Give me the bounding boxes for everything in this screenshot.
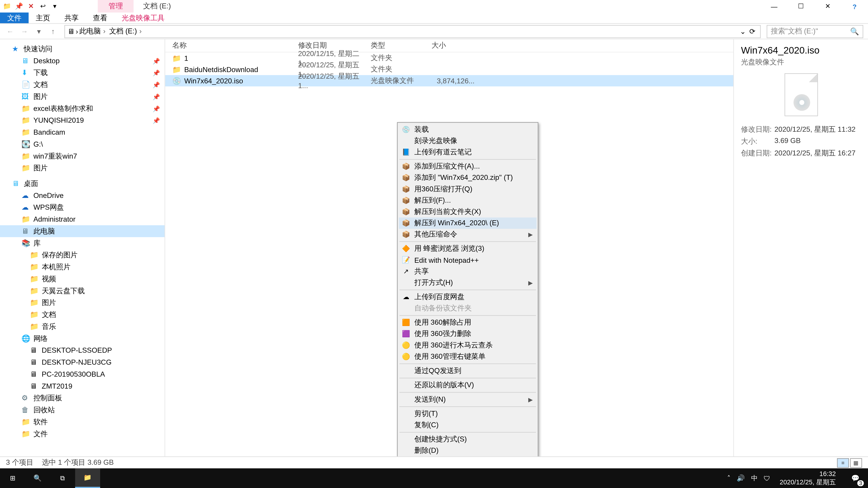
nav-item[interactable]: ☁WPS网盘 [0,201,164,213]
menu-item[interactable]: ☁上传到百度网盘 [399,291,536,303]
nav-item[interactable]: 🖥DESKTOP-LSSOEDP [0,344,164,356]
col-name[interactable]: 名称 [165,40,298,51]
menu-item[interactable]: 🟡使用 360进行木马云查杀 [399,339,536,351]
menu-item[interactable]: 刻录光盘映像 [399,135,536,147]
nav-item[interactable]: 🖼图片📌 [0,91,164,103]
menu-item[interactable]: 🟪使用 360强力删除 [399,328,536,339]
search-input[interactable]: 搜索"文档 (E:)" 🔍 [767,25,863,38]
nav-item[interactable]: 📁excel表格制作求和📌 [0,103,164,115]
crumb-drive[interactable]: 文档 (E:) [109,26,144,36]
nav-item[interactable]: 🖥桌面 [0,177,164,190]
ribbon-tab-disctools[interactable]: 光盘映像工具 [114,12,172,23]
menu-item[interactable]: 📦添加到 "Win7x64_2020.zip" (T) [399,172,536,184]
qat-dropdown-icon[interactable]: ▾ [50,2,60,11]
qat-delete-icon[interactable]: ✕ [26,2,36,11]
nav-item[interactable]: 📁本机照片 [0,261,164,273]
col-size[interactable]: 大小 [432,40,479,51]
help-icon[interactable]: ? [841,0,868,12]
menu-item[interactable]: 📘上传到有道云笔记 [399,147,536,158]
explorer-taskbar-button[interactable]: 📁 [75,468,100,488]
nav-item[interactable]: 📁YUNQISHI2019📌 [0,114,164,126]
nav-item[interactable]: 📁视频 [0,273,164,285]
contextual-tab-manage[interactable]: 管理 [98,0,133,12]
nav-item[interactable]: 📁文档 [0,308,164,321]
file-row[interactable]: 📁BaiduNetdiskDownload2020/12/25, 星期五 1..… [165,64,733,75]
col-type[interactable]: 类型 [371,40,432,51]
nav-item[interactable]: ☁OneDrive [0,190,164,201]
ribbon-tab-home[interactable]: 主页 [29,12,57,23]
nav-item[interactable]: 🖥PC-20190530OBLA [0,368,164,380]
view-icons-button[interactable]: ▦ [850,458,862,467]
menu-item[interactable]: 📦解压到(F)... [399,195,536,206]
nav-item[interactable]: 🖥DESKTOP-NJEU3CG [0,356,164,368]
tray-overflow-icon[interactable]: ˄ [727,474,731,482]
menu-item[interactable]: 🔶用 蜂蜜浏览器 浏览(3) [399,243,536,254]
nav-item[interactable]: 📁图片 [0,297,164,308]
ribbon-tab-file[interactable]: 文件 [0,12,29,23]
menu-item[interactable]: 📦解压到 Win7x64_2020\ (E) [399,218,536,229]
nav-item[interactable]: 🖥Desktop📌 [0,55,164,67]
nav-item[interactable]: 📚库 [0,237,164,249]
menu-item[interactable]: ↗共享 [399,266,536,277]
nav-up-button[interactable]: ↑ [48,27,58,35]
refresh-icon[interactable]: ⟳ [749,27,755,35]
nav-item[interactable]: ★快速访问 [0,43,164,55]
maximize-button[interactable]: ☐ [787,0,814,12]
view-details-button[interactable]: ≡ [837,458,849,467]
close-button[interactable]: ✕ [814,0,841,12]
menu-item[interactable]: 💿装载 [399,124,536,135]
nav-item[interactable]: 🌐网络 [0,332,164,345]
nav-item[interactable]: 📁天翼云盘下载 [0,285,164,297]
menu-item[interactable]: 📝Edit with Notepad++ [399,254,536,266]
search-button[interactable]: 🔍 [25,468,50,488]
nav-item[interactable]: 📁音乐 [0,321,164,332]
notifications-button[interactable]: 💬3 [845,468,866,488]
ime-indicator[interactable]: 中 [751,474,758,483]
crumb-pc[interactable]: 此电脑 [79,26,108,36]
nav-item[interactable]: 📁Administrator [0,213,164,225]
menu-item[interactable]: 📦其他压缩命令▶ [399,229,536,240]
chevron-down-icon[interactable]: ⌄ [740,27,746,35]
nav-item[interactable]: 🖥ZMT2019 [0,380,164,392]
nav-item[interactable]: 📁win7重装win7 [0,150,164,162]
menu-item[interactable]: 📦用360压缩打开(Q) [399,184,536,195]
menu-item[interactable]: 打开方式(H)▶ [399,277,536,288]
menu-item[interactable]: 删除(D) [399,445,536,456]
nav-back-button[interactable]: ← [5,27,16,35]
nav-item[interactable]: 📁图片 [0,162,164,174]
menu-item[interactable]: 创建快捷方式(S) [399,434,536,445]
menu-item[interactable]: 通过QQ发送到 [399,365,536,377]
menu-item[interactable]: 🟧使用 360解除占用 [399,317,536,328]
menu-item[interactable]: 还原以前的版本(V) [399,380,536,391]
start-button[interactable]: ⊞ [0,468,25,488]
security-icon[interactable]: 🛡 [764,475,770,482]
nav-item[interactable]: 💽G:\ [0,138,164,150]
nav-item[interactable]: 📁软件 [0,416,164,428]
clock[interactable]: 16:32 2020/12/25, 星期五 [776,470,839,486]
menu-item[interactable]: 发送到(N)▶ [399,394,536,405]
ribbon-tab-share[interactable]: 共享 [57,12,86,23]
nav-item[interactable]: 📁保存的图片 [0,249,164,261]
qat-undo-icon[interactable]: ↩ [38,2,48,11]
ribbon-tab-view[interactable]: 查看 [86,12,115,23]
file-row[interactable]: 📁12020/12/15, 星期二 1...文件夹 [165,53,733,64]
minimize-button[interactable]: — [761,0,787,12]
menu-item[interactable]: 📦添加到压缩文件(A)... [399,161,536,172]
menu-item[interactable]: 复制(C) [399,420,536,431]
nav-item[interactable]: 🖥此电脑 [0,225,164,237]
volume-icon[interactable]: 🔊 [737,474,745,482]
file-row[interactable]: 💿Win7x64_2020.iso2020/12/25, 星期五 1...光盘映… [165,75,733,86]
nav-history-dropdown[interactable]: ▾ [33,27,44,35]
qat-pin-icon[interactable]: 📌 [14,2,24,11]
menu-item[interactable]: 📦解压到当前文件夹(X) [399,206,536,218]
nav-item[interactable]: ⚙控制面板 [0,392,164,404]
nav-forward-button[interactable]: → [19,27,30,35]
nav-item[interactable]: 📁文件 [0,428,164,440]
nav-item[interactable]: ⬇下载📌 [0,67,164,78]
nav-item[interactable]: 📄文档📌 [0,78,164,91]
breadcrumb[interactable]: 🖥 › 此电脑 文档 (E:) ⌄ ⟳ [64,25,761,38]
menu-item[interactable]: 🟡使用 360管理右键菜单 [399,351,536,362]
nav-item[interactable]: 🗑回收站 [0,404,164,416]
taskview-button[interactable]: ⧉ [50,468,75,488]
menu-item[interactable]: 剪切(T) [399,408,536,420]
